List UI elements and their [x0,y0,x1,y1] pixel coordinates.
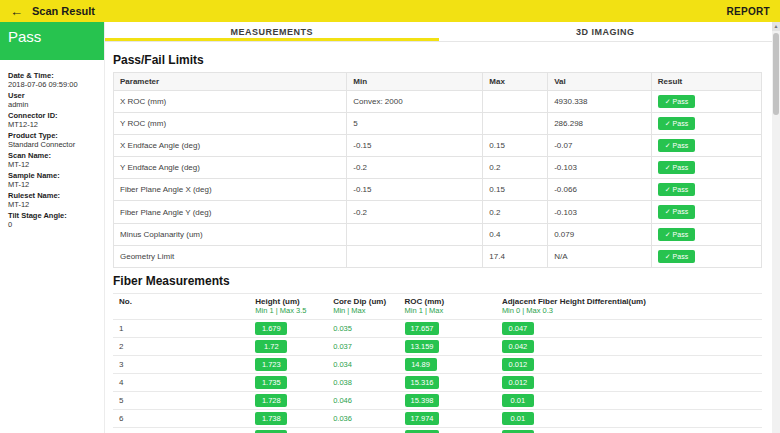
value-chip: 15.316 [405,376,440,389]
pass-badge[interactable]: ✓ Pass [658,205,695,218]
field-label: Scan Name: [8,151,96,160]
value-chip: 0.01 [502,394,534,407]
cell-max: 17.4 [483,245,548,267]
pass-badge[interactable]: ✓ Pass [658,139,695,152]
cell-core_dip: 0.037 [327,338,398,356]
cell-max [483,113,548,135]
sidebar-field: Scan Name:MT-12 [8,151,96,169]
cell-parameter: X ROC (mm) [114,91,347,113]
sidebar: Pass Date & Time:2018-07-06 09:59:00User… [0,22,105,433]
fiber-body: 11.6790.03517.6570.04721.720.03713.1590.… [113,320,762,433]
sidebar-field: Product Type:Standard Connector [8,131,96,149]
tab-bar: MEASUREMENTS 3D IMAGING [105,22,772,42]
field-label: Product Type: [8,131,96,140]
fiber-title: Fiber Measurements [113,274,762,288]
cell-height: 1.735 [249,374,327,392]
fiber-row: 11.6790.03517.6570.047 [113,320,762,338]
value-text: 0.037 [333,342,352,351]
column-minmax: Min 1 | Max [405,306,490,316]
cell-no: 4 [113,374,249,392]
cell-adjacent: 0.042 [496,338,762,356]
value-chip: 17.974 [405,412,440,425]
cell-adjacent: 0.012 [496,374,762,392]
cell-adjacent: 0.047 [496,320,762,338]
cell-val: -0.066 [548,179,652,201]
pass-fail-title: Pass/Fail Limits [113,53,762,67]
value-chip: 17.657 [405,322,440,335]
top-bar: ← Scan Result REPORT [0,0,780,22]
pass-badge[interactable]: ✓ Pass [658,250,695,263]
cell-core_dip: 0.046 [327,392,398,410]
main-content: MEASUREMENTS 3D IMAGING Pass/Fail Limits… [105,22,772,433]
fiber-table: No.Height (um)Min 1 | Max 3.5Core Dip (u… [113,293,762,433]
pass-fail-row: X Endface Angle (deg)-0.150.15-0.07✓ Pas… [114,135,762,157]
sidebar-field: Sample Name:MT-12 [8,171,96,189]
cell-val: 286.298 [548,113,652,135]
cell-height: 1.72 [249,338,327,356]
field-value: 2018-07-06 09:59:00 [8,80,96,89]
value-text: 0.046 [333,396,352,405]
cell-result: ✓ Pass [651,157,761,179]
cell-min [347,223,483,245]
fiber-row: 41.7350.03815.3160.012 [113,374,762,392]
cell-roc: 13.159 [399,338,496,356]
field-value: 0 [8,220,96,229]
column-minmax: Min | Max [333,306,392,316]
value-chip: 0.01 [502,412,534,425]
column-header: Adjacent Fiber Height Differential(um)Mi… [496,293,762,319]
cell-roc: 12.401 [399,428,496,433]
fiber-header-row: No.Height (um)Min 1 | Max 3.5Core Dip (u… [113,293,762,319]
cell-max: 0.15 [483,179,548,201]
cell-parameter: Y ROC (mm) [114,113,347,135]
tab-3d-imaging[interactable]: 3D IMAGING [439,22,773,41]
scrollbar[interactable]: ▲ [772,22,780,433]
column-header: No. [113,293,249,319]
cell-result: ✓ Pass [651,113,761,135]
field-value: MT-12 [8,180,96,189]
pass-fail-header-row: ParameterMinMaxValResult [114,73,762,91]
pass-fail-body: X ROC (mm)Convex: 20004930.338✓ PassY RO… [114,91,762,268]
cell-min: Convex: 2000 [347,91,483,113]
pass-badge[interactable]: ✓ Pass [658,183,695,196]
pass-fail-table: ParameterMinMaxValResult X ROC (mm)Conve… [113,72,762,268]
cell-no: 5 [113,392,249,410]
cell-val: 4930.338 [548,91,652,113]
cell-max [483,91,548,113]
pass-badge[interactable]: ✓ Pass [658,161,695,174]
cell-no: 2 [113,338,249,356]
tab-measurements[interactable]: MEASUREMENTS [105,22,439,41]
cell-no: 1 [113,320,249,338]
cell-parameter: Fiber Plane Angle Y (deg) [114,201,347,223]
cell-height: 1.723 [249,356,327,374]
value-text: 0.038 [333,378,352,387]
cell-min: -0.2 [347,157,483,179]
sidebar-fields: Date & Time:2018-07-06 09:59:00Useradmin… [0,60,104,229]
fiber-row: 51.7280.04615.3980.01 [113,392,762,410]
pass-fail-row: Fiber Plane Angle Y (deg)-0.20.2-0.103✓ … [114,201,762,223]
pass-badge[interactable]: ✓ Pass [658,228,695,241]
column-header: Core Dip (um)Min | Max [327,293,398,319]
cell-max: 0.15 [483,135,548,157]
cell-adjacent: 0.01 [496,392,762,410]
value-text: 0.034 [333,360,352,369]
cell-result: ✓ Pass [651,223,761,245]
value-chip: 0.012 [502,358,534,371]
cell-min: -0.2 [347,201,483,223]
cell-parameter: Geometry Limit [114,245,347,267]
field-value: admin [8,100,96,109]
field-value: Standard Connector [8,140,96,149]
cell-height: 1.733 [249,428,327,433]
back-arrow-icon[interactable]: ← [10,5,23,18]
scroll-up-arrow-icon[interactable]: ▲ [772,22,780,31]
pass-badge[interactable]: ✓ Pass [658,95,695,108]
cell-result: ✓ Pass [651,179,761,201]
report-button[interactable]: REPORT [727,6,770,17]
page-title: Scan Result [32,5,95,17]
column-header: Result [651,73,761,91]
cell-no: 3 [113,356,249,374]
scrollbar-thumb[interactable] [773,33,779,115]
pass-badge[interactable]: ✓ Pass [658,117,695,130]
cell-height: 1.728 [249,392,327,410]
pass-fail-row: Y ROC (mm)5286.298✓ Pass [114,113,762,135]
value-text: 0.036 [333,414,352,423]
